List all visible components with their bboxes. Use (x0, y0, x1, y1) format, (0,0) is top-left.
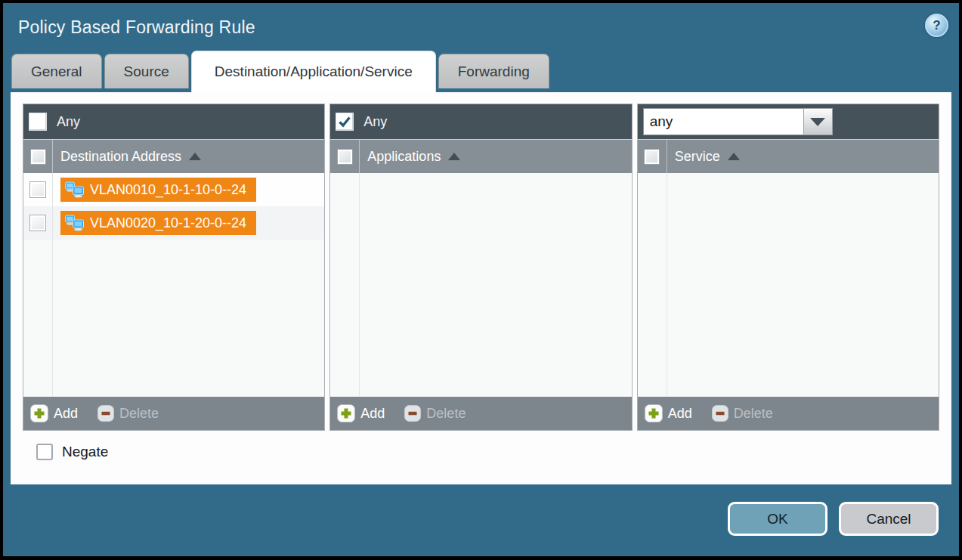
checkmark-icon (337, 114, 352, 129)
service-column-header[interactable]: Service (638, 139, 939, 173)
panels-container: Any Destination Address (23, 104, 939, 431)
service-panel: Service Add (637, 104, 939, 431)
table-row[interactable]: VLAN0010_10-1-10-0--24 (23, 173, 324, 206)
network-icon (64, 215, 85, 231)
applications-any-label: Any (363, 114, 387, 130)
applications-select-all-checkbox[interactable] (337, 149, 353, 165)
address-object-chip[interactable]: VLAN0010_10-1-10-0--24 (60, 178, 256, 202)
row-checkbox[interactable] (29, 181, 46, 198)
header-checkbox-cell (638, 140, 667, 173)
table-row[interactable]: VLAN0020_10-1-20-0--24 (23, 206, 324, 240)
header-checkbox-cell (330, 140, 360, 173)
add-label: Add (668, 406, 692, 422)
plus-icon (337, 404, 355, 422)
minus-icon (404, 405, 421, 422)
destination-toolbar: Add Delete (23, 396, 324, 430)
negate-checkbox[interactable] (36, 444, 53, 460)
plus-icon (30, 404, 48, 422)
tab-strip: General Source Destination/Application/S… (3, 51, 959, 92)
delete-button[interactable]: Delete (712, 405, 773, 422)
destination-column-header[interactable]: Destination Address (23, 139, 324, 173)
minus-icon (712, 405, 728, 422)
applications-any-checkbox[interactable] (336, 113, 354, 131)
applications-panel: Any Applications Add (329, 104, 632, 431)
add-label: Add (360, 406, 385, 422)
row-checkbox-cell (23, 173, 53, 206)
sort-asc-icon[interactable] (728, 153, 740, 160)
delete-label: Delete (119, 406, 159, 422)
applications-any-bar: Any (330, 104, 631, 139)
destination-panel: Any Destination Address (23, 104, 325, 431)
network-icon (64, 181, 85, 198)
service-column-label: Service (675, 149, 720, 165)
destination-column-label: Destination Address (60, 149, 181, 165)
applications-list (330, 173, 631, 396)
dialog-footer: OK Cancel (3, 484, 959, 556)
service-dropdown (643, 108, 833, 135)
sort-asc-icon[interactable] (448, 153, 460, 160)
service-select-all-checkbox[interactable] (644, 149, 660, 165)
service-list (638, 173, 939, 396)
destination-any-checkbox[interactable] (29, 113, 47, 131)
row-checkbox-cell (23, 206, 53, 240)
destination-any-bar: Any (23, 104, 324, 139)
sort-asc-icon[interactable] (189, 153, 201, 160)
add-button[interactable]: Add (645, 404, 692, 422)
address-object-label: VLAN0020_10-1-20-0--24 (90, 215, 246, 231)
delete-label: Delete (734, 406, 773, 422)
delete-label: Delete (426, 406, 466, 422)
tab-general[interactable]: General (11, 54, 102, 88)
address-object-chip[interactable]: VLAN0020_10-1-20-0--24 (60, 211, 256, 235)
help-icon[interactable]: ? (925, 14, 948, 37)
delete-button[interactable]: Delete (404, 405, 466, 422)
applications-column-label: Applications (367, 149, 441, 165)
service-dropdown-bar (638, 104, 939, 139)
destination-select-all-checkbox[interactable] (30, 149, 46, 165)
address-object-label: VLAN0010_10-1-10-0--24 (90, 182, 246, 198)
negate-label: Negate (62, 444, 108, 460)
service-dropdown-button[interactable] (803, 108, 833, 135)
destination-any-label: Any (57, 114, 80, 130)
applications-column-header[interactable]: Applications (330, 139, 631, 173)
ok-button[interactable]: OK (728, 502, 827, 536)
plus-icon (645, 404, 663, 422)
applications-toolbar: Add Delete (330, 396, 631, 430)
cancel-button[interactable]: Cancel (839, 502, 939, 536)
tab-forwarding[interactable]: Forwarding (438, 54, 549, 88)
add-button[interactable]: Add (30, 404, 78, 422)
minus-icon (97, 405, 114, 422)
service-toolbar: Add Delete (638, 396, 939, 430)
destination-address-list: VLAN0010_10-1-10-0--24 (23, 173, 324, 396)
add-label: Add (54, 406, 78, 422)
screen: Policy Based Forwarding Rule ? General S… (0, 0, 962, 560)
tab-content: Any Destination Address (11, 92, 951, 484)
chevron-down-icon (810, 118, 825, 126)
row-checkbox[interactable] (29, 215, 46, 231)
title-bar: Policy Based Forwarding Rule ? (3, 3, 959, 51)
service-dropdown-input[interactable] (643, 108, 803, 135)
delete-button[interactable]: Delete (97, 405, 159, 422)
header-checkbox-cell (23, 140, 53, 173)
negate-row: Negate (36, 444, 939, 460)
tab-destination-application-service[interactable]: Destination/Application/Service (191, 51, 436, 92)
add-button[interactable]: Add (337, 404, 385, 422)
policy-based-forwarding-dialog: Policy Based Forwarding Rule ? General S… (3, 3, 959, 556)
tab-source[interactable]: Source (104, 54, 189, 88)
page-title: Policy Based Forwarding Rule (18, 17, 255, 38)
